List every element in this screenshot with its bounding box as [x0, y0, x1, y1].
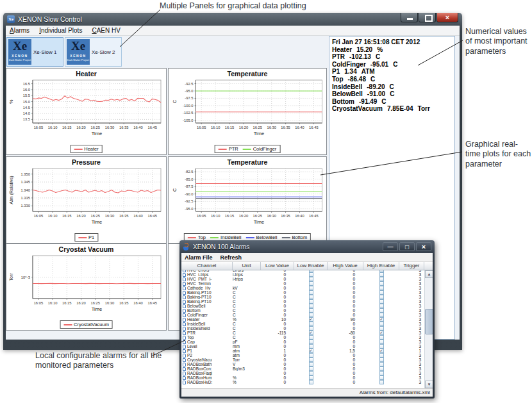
alarms-close-button[interactable] [416, 242, 431, 251]
low-enable-checkbox[interactable] [309, 272, 313, 277]
high-enable-checkbox[interactable] [379, 304, 384, 308]
scroll-thumb[interactable] [425, 309, 433, 334]
column-high-value[interactable]: High Value [328, 262, 363, 270]
high-enable-checkbox[interactable]: ✓ [379, 331, 384, 335]
alarm-row-cap[interactable]: CappF003 [181, 340, 424, 344]
alarms-maximize-button[interactable] [399, 242, 415, 251]
alarm-row-baking-pt10[interactable]: Baking-PT10C003 [181, 290, 424, 295]
alarm-row-radboxhvd[interactable]: RADBoxHvD:%003 [181, 380, 424, 384]
alarm-row-heater[interactable]: Heater%10✓90✓3 [181, 317, 424, 322]
alarm-row-radboxcon[interactable]: RADBoxCon:Bq/m3003 [181, 366, 424, 371]
menu-alarms[interactable]: Alarms [10, 27, 29, 34]
high-enable-checkbox[interactable] [379, 295, 384, 299]
high-enable-checkbox[interactable] [379, 335, 384, 340]
low-enable-checkbox[interactable] [309, 313, 313, 317]
column-low-enable[interactable]: Low Enable [294, 262, 328, 270]
low-enable-checkbox[interactable] [309, 304, 313, 308]
low-enable-checkbox[interactable] [309, 340, 313, 344]
alarm-row-insidebell[interactable]: InsideBellC003 [181, 322, 424, 326]
minimize-button[interactable] [401, 13, 418, 22]
low-enable-checkbox[interactable] [309, 375, 313, 380]
high-enable-checkbox[interactable] [379, 299, 384, 304]
alarm-row-top[interactable]: TopC003 [181, 335, 424, 340]
high-enable-checkbox[interactable] [379, 286, 384, 290]
column-unit[interactable]: Unit [233, 262, 261, 270]
high-enable-checkbox[interactable]: ✓ [379, 317, 384, 322]
alarm-row-radboxhum[interactable]: RADBoxHum%003 [181, 375, 424, 380]
low-enable-checkbox[interactable] [309, 353, 313, 358]
high-enable-checkbox[interactable] [379, 281, 384, 286]
high-enable-checkbox[interactable] [379, 290, 384, 295]
high-enable-checkbox[interactable] [379, 366, 384, 371]
tab-xe-slow-1[interactable]: Xe XENON Dark Matter Project Xe-Slow 1 [6, 37, 63, 67]
low-enable-checkbox[interactable] [309, 281, 313, 286]
alarm-row-p1[interactable]: P1atm1✓1,5✓1 [181, 349, 424, 353]
alarm-row-bottom[interactable]: BottomC003 [181, 308, 424, 313]
high-enable-checkbox[interactable] [379, 344, 384, 349]
high-enable-checkbox[interactable] [379, 277, 384, 281]
menu-refresh[interactable]: Refresh [220, 254, 242, 261]
alarm-row-p2[interactable]: P2atm003 [181, 353, 424, 358]
column-channel[interactable]: Channel [181, 262, 233, 270]
alarm-row-hvc-pmt-i[interactable]: HVC_PMT_i-i-trips003 [181, 277, 424, 281]
menu-alarm-file[interactable]: Alarm File [185, 254, 213, 261]
high-enable-checkbox[interactable] [379, 371, 384, 375]
low-enable-checkbox[interactable] [309, 335, 313, 340]
low-enable-checkbox[interactable] [309, 299, 313, 304]
alarm-row-hvc-termin[interactable]: HVC_Termin003 [181, 281, 424, 286]
high-enable-checkbox[interactable] [379, 322, 384, 326]
low-enable-checkbox[interactable] [309, 371, 313, 375]
alarm-row-insideshield[interactable]: InsideShieldC003 [181, 326, 424, 331]
main-titlebar[interactable]: Xe XENON Slow Control [3, 13, 462, 26]
low-enable-checkbox[interactable] [309, 362, 313, 366]
alarm-row-radboxbath[interactable]: RADBoxBathV003 [181, 362, 424, 366]
menu-individual-plots[interactable]: Individual Plots [39, 27, 82, 34]
alarm-row-belowbell[interactable]: BelowBellC003 [181, 304, 424, 308]
scroll-up-icon[interactable]: ▲ [425, 270, 433, 278]
alarm-row-level[interactable]: Levelmm003 [181, 344, 424, 349]
low-enable-checkbox[interactable] [309, 366, 313, 371]
high-enable-checkbox[interactable]: ✓ [379, 349, 384, 353]
alarm-row-cryostatvacu[interactable]: CryostatVacuTorr003 [181, 358, 424, 362]
alarm-row-baking-pt10[interactable]: Baking-PT10C003 [181, 295, 424, 299]
alarms-titlebar[interactable]: XENON 100 Alarms [179, 240, 435, 253]
alarm-row-baking-pt10[interactable]: Baking-PT10C003 [181, 299, 424, 304]
low-enable-checkbox[interactable]: ✓ [309, 317, 313, 322]
low-enable-checkbox[interactable] [309, 326, 313, 331]
low-enable-checkbox[interactable]: ✓ [309, 349, 313, 353]
column-high-enable[interactable]: High Enable [363, 262, 399, 270]
close-button[interactable] [436, 13, 458, 22]
column-trigger[interactable]: Trigger [399, 262, 424, 270]
alarm-row-coldfinger[interactable]: ColdFingerC003 [181, 313, 424, 317]
high-enable-checkbox[interactable] [379, 375, 384, 380]
high-enable-checkbox[interactable] [379, 362, 384, 366]
alarms-minimize-button[interactable] [383, 242, 398, 251]
high-enable-checkbox[interactable] [379, 313, 384, 317]
alarm-row-hvc-i-trips[interactable]: HVC_i-tripsi-trips003 [181, 272, 424, 277]
high-enable-checkbox[interactable] [379, 380, 384, 384]
alarms-scrollbar[interactable]: ▲ ▼ [424, 270, 433, 388]
high-enable-checkbox[interactable] [379, 358, 384, 362]
high-enable-checkbox[interactable] [379, 326, 384, 331]
low-enable-checkbox[interactable] [309, 286, 313, 290]
low-enable-checkbox[interactable] [309, 380, 313, 384]
low-enable-checkbox[interactable] [309, 358, 313, 362]
low-enable-checkbox[interactable] [309, 295, 313, 299]
menu-caen-hv[interactable]: CAEN HV [92, 27, 120, 34]
high-enable-checkbox[interactable] [379, 308, 384, 313]
low-enable-checkbox[interactable] [309, 277, 313, 281]
alarm-row-cathode-hv[interactable]: Cathode_HvkV003 [181, 286, 424, 290]
column-low-value[interactable]: Low Value [261, 262, 294, 270]
maximize-button[interactable] [419, 13, 436, 22]
high-enable-checkbox[interactable] [379, 340, 384, 344]
alarm-row-ptr[interactable]: PTRC-115✓-80✓3 [181, 331, 424, 335]
low-enable-checkbox[interactable] [309, 308, 313, 313]
low-enable-checkbox[interactable] [309, 344, 313, 349]
high-enable-checkbox[interactable] [379, 272, 384, 277]
high-enable-checkbox[interactable] [379, 353, 384, 358]
low-enable-checkbox[interactable]: ✓ [309, 331, 313, 335]
low-enable-checkbox[interactable] [309, 322, 313, 326]
tab-xe-slow-2[interactable]: Xe XENON Dark Matter Project Xe-Slow 2 [65, 37, 122, 67]
scroll-down-icon[interactable]: ▼ [425, 381, 433, 388]
alarm-row-radboxflagl[interactable]: RADBoxFlagl003 [181, 371, 424, 375]
